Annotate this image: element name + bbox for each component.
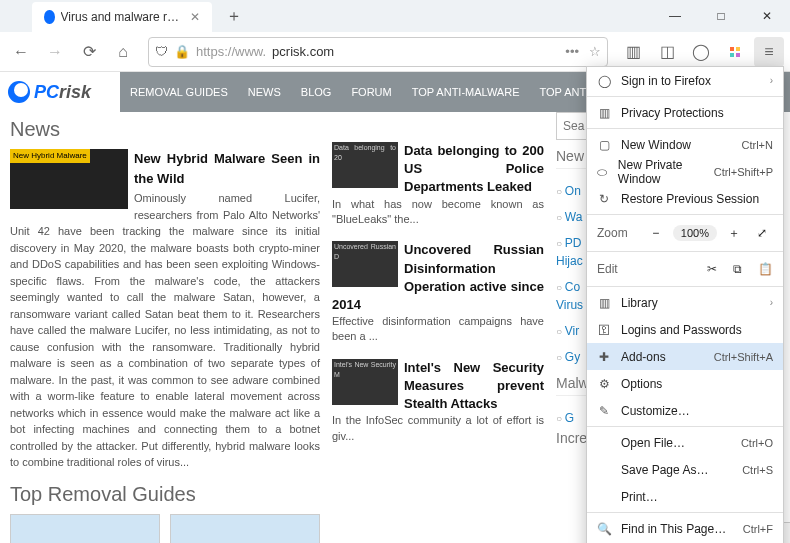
menu-options[interactable]: ⚙Options [587,370,783,397]
guide-thumb [10,514,160,544]
menu-new-window[interactable]: ▢New WindowCtrl+N [587,131,783,158]
close-button[interactable]: ✕ [744,0,790,32]
paste-icon[interactable]: 📋 [758,262,773,276]
zoom-in-button[interactable]: ＋ [723,222,745,244]
new-tab-button[interactable]: ＋ [220,2,248,30]
tab-close-icon[interactable]: ✕ [190,10,200,24]
lock-icon: 🔒 [174,44,190,59]
zoom-value[interactable]: 100% [673,225,717,241]
removal-guide-item[interactable]: Search.yahoo.com Redirect [170,514,320,544]
mid-article: Uncovered Russian D Uncovered Russian Di… [332,241,544,345]
url-bar[interactable]: 🛡 🔒 https://www.pcrisk.com ••• ☆ [148,37,608,67]
side-link[interactable]: PD Hijac [556,236,583,268]
maximize-button[interactable]: □ [698,0,744,32]
url-domain: pcrisk.com [272,44,334,59]
menu-print[interactable]: 🖶Print… [587,483,783,510]
side-link[interactable]: Vir [565,324,579,338]
main-article: New Hybrid Malware New Hybrid Malware Se… [10,149,320,471]
home-button[interactable]: ⌂ [108,37,138,67]
guide-thumb [170,514,320,544]
app-menu-button[interactable]: ≡ [754,37,784,67]
article-thumb[interactable]: New Hybrid Malware [10,149,128,209]
mid-article: Data belonging to 20 Data belonging to 2… [332,142,544,227]
chevron-right-icon: › [770,75,773,86]
menu-new-private[interactable]: ⬭New Private WindowCtrl+Shift+P [587,158,783,185]
browser-tab[interactable]: Virus and malware removal ins ✕ [32,2,212,32]
bookmark-icon[interactable]: ☆ [589,44,601,59]
nav-blog[interactable]: BLOG [291,86,342,98]
side-link[interactable]: Co Virus [556,280,583,312]
minimize-button[interactable]: — [652,0,698,32]
menu-library[interactable]: ▥Library› [587,289,783,316]
gear-icon: ⚙ [597,377,611,391]
tab-favicon-icon [44,10,55,24]
mid-body: In what has now become known as "BlueLea… [332,198,544,225]
mask-icon: ⬭ [597,165,608,179]
mid-thumb[interactable]: Uncovered Russian D [332,241,398,287]
fullscreen-button[interactable]: ⤢ [751,222,773,244]
user-icon: ◯ [597,74,611,88]
restore-icon: ↻ [597,192,611,206]
menu-find[interactable]: 🔍Find in This Page…Ctrl+F [587,515,783,542]
nav-removal-guides[interactable]: REMOVAL GUIDES [120,86,238,98]
chevron-right-icon: › [770,297,773,308]
cut-icon[interactable]: ✂ [707,262,717,276]
site-logo[interactable]: PCrisk [0,72,120,112]
top-removal-heading: Top Removal Guides [10,483,320,506]
sidebar-icon[interactable]: ◫ [652,37,682,67]
account-icon[interactable]: ◯ [686,37,716,67]
nav-news[interactable]: NEWS [238,86,291,98]
side-link[interactable]: On [565,184,581,198]
mid-thumb[interactable]: Intel's New Security M [332,359,398,405]
copy-icon[interactable]: ⧉ [733,262,742,276]
zoom-out-button[interactable]: − [645,222,667,244]
menu-addons[interactable]: ✚Add-onsCtrl+Shift+A [587,343,783,370]
mid-body: In the InfoSec community a lot of effort… [332,414,544,441]
logo-icon [8,81,30,103]
logo-text: PCrisk [34,82,91,103]
mid-article: Intel's New Security M Intel's New Secur… [332,359,544,444]
extension-icon[interactable] [720,37,750,67]
menu-privacy[interactable]: ▥Privacy Protections [587,99,783,126]
news-heading: News [10,118,320,141]
back-button[interactable]: ← [6,37,36,67]
side-link[interactable]: G [565,411,574,425]
library-toolbar-icon[interactable]: ▥ [618,37,648,67]
menu-signin[interactable]: ◯Sign in to Firefox› [587,67,783,94]
dashboard-icon: ▥ [597,106,611,120]
nav-forum[interactable]: FORUM [341,86,401,98]
tab-title: Virus and malware removal ins [61,10,184,24]
side-link[interactable]: Wa [565,210,583,224]
app-menu-panel: ◯Sign in to Firefox› ▥Privacy Protection… [586,66,784,543]
menu-customize[interactable]: ✎Customize… [587,397,783,424]
library-icon: ▥ [597,296,611,310]
menu-edit-row: Edit ✂ ⧉ 📋 [587,254,783,284]
url-prefix: https://www. [196,44,266,59]
menu-save-as[interactable]: Save Page As…Ctrl+S [587,456,783,483]
menu-logins[interactable]: ⚿Logins and Passwords [587,316,783,343]
window-icon: ▢ [597,138,611,152]
menu-open-file[interactable]: Open File…Ctrl+O [587,429,783,456]
menu-restore-session[interactable]: ↻Restore Previous Session [587,185,783,212]
puzzle-icon: ✚ [597,350,611,364]
mid-body: Effective disinformation campaigns have … [332,315,544,342]
page-actions-icon[interactable]: ••• [565,44,579,59]
article-body: Ominously named Lucifer, researchers fro… [10,192,320,468]
mid-thumb[interactable]: Data belonging to 20 [332,142,398,188]
menu-zoom-row: Zoom − 100% ＋ ⤢ [587,217,783,249]
brush-icon: ✎ [597,404,611,418]
key-icon: ⚿ [597,323,611,337]
nav-top-antimalware[interactable]: TOP ANTI-MALWARE [402,86,530,98]
forward-button[interactable]: → [40,37,70,67]
titlebar: Virus and malware removal ins ✕ ＋ — □ ✕ [0,0,790,32]
side-link[interactable]: Gy [565,350,580,364]
search-icon: 🔍 [597,522,611,536]
shield-icon: 🛡 [155,44,168,59]
window-controls: — □ ✕ [652,0,790,32]
removal-guide-item[interactable]: Moba Ransomware [10,514,160,544]
reload-button[interactable]: ⟳ [74,37,104,67]
